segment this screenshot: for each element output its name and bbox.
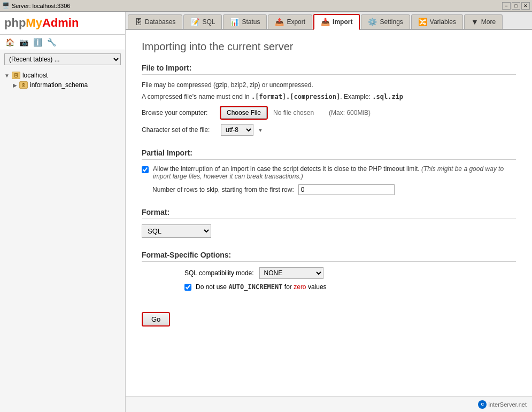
tab-export[interactable]: 📤 Export xyxy=(268,14,312,29)
close-button[interactable]: ✕ xyxy=(521,2,530,10)
tree-label-localhost: localhost xyxy=(22,72,48,79)
sidebar-icon-bar: 🏠 📷 ℹ️ 🔧 xyxy=(0,35,125,50)
logo-admin: Admin xyxy=(42,16,79,29)
format-code: .[format].[compression] xyxy=(251,93,340,100)
expand-icon: ▼ xyxy=(4,73,10,79)
format-select[interactable]: SQL CSV CSV using LOAD DATA ODS Texy! te… xyxy=(142,224,211,238)
tree-item-localhost[interactable]: ▼ 🗄 localhost xyxy=(4,71,121,80)
content-area: 🗄 Databases 📝 SQL 📊 Status 📤 Export 📥 Im… xyxy=(126,12,532,412)
logo: phpMyAdmin xyxy=(0,12,125,35)
info-icon[interactable]: ℹ️ xyxy=(32,37,43,48)
tab-variables[interactable]: 🔀 Variables xyxy=(411,14,463,29)
databases-icon: 🗄 xyxy=(135,18,142,26)
partial-import-text: Allow the interruption of an import in c… xyxy=(153,165,516,180)
nav-tabs: 🗄 Databases 📝 SQL 📊 Status 📤 Export 📥 Im… xyxy=(126,12,532,30)
sql-icon: 📝 xyxy=(190,18,199,26)
skip-input[interactable] xyxy=(298,184,395,195)
import-icon: 📥 xyxy=(321,18,330,26)
window-controls: − □ ✕ xyxy=(502,2,530,10)
charset-select[interactable]: utf-8 latin1 utf-16 xyxy=(221,124,253,136)
section-format-options: Format-Specific Options: SQL compatibili… xyxy=(142,251,516,291)
interserver-icon: C xyxy=(478,400,487,409)
logo-text: phpMyAdmin xyxy=(4,16,79,30)
auto-increment-row: Do not use AUTO_INCREMENT for zero value… xyxy=(184,283,516,291)
skip-row: Number of rows to skip, starting from th… xyxy=(152,184,516,195)
variables-icon: 🔀 xyxy=(418,18,427,26)
zero-highlight: zero xyxy=(294,283,306,291)
charset-row: Character set of the file: utf-8 latin1 … xyxy=(142,124,516,136)
auto-increment-text: Do not use AUTO_INCREMENT for zero value… xyxy=(196,283,327,291)
title-bar: 🖥️ Server: localhost:3306 − □ ✕ xyxy=(0,0,532,12)
logo-php: php xyxy=(4,16,26,29)
tab-settings-label: Settings xyxy=(380,18,403,26)
go-button[interactable]: Go xyxy=(142,312,170,327)
tab-settings[interactable]: ⚙️ Settings xyxy=(361,14,410,29)
expand-icon-schema: ▶ xyxy=(13,82,17,88)
title-text: Server: localhost:3306 xyxy=(12,3,502,9)
auto-increment-checkbox[interactable] xyxy=(184,284,191,291)
sidebar-tree: ▼ 🗄 localhost ▶ 🗄 information_schema xyxy=(0,68,125,412)
tab-sql[interactable]: 📝 SQL xyxy=(183,14,222,29)
file-import-title: File to Import: xyxy=(142,64,516,75)
minimize-button[interactable]: − xyxy=(502,2,511,10)
export-icon: 📤 xyxy=(275,18,284,26)
wrench-icon[interactable]: 🔧 xyxy=(46,37,57,48)
format-options-title: Format-Specific Options: xyxy=(142,251,516,262)
charset-label: Character set of the file: xyxy=(142,126,217,134)
interserver-logo: C interServer.net xyxy=(478,400,527,409)
section-format: Format: SQL CSV CSV using LOAD DATA ODS … xyxy=(142,208,516,238)
tab-more[interactable]: ▼ More xyxy=(464,14,503,29)
browse-label: Browse your computer: xyxy=(142,109,217,116)
compat-select[interactable]: NONE ANSI DB2 MAXDB MYSQL323 MYSQL40 MSS… xyxy=(259,267,323,279)
tab-import[interactable]: 📥 Import xyxy=(313,14,360,30)
camera-icon[interactable]: 📷 xyxy=(18,37,29,48)
tab-import-label: Import xyxy=(333,18,352,26)
db-icon-schema: 🗄 xyxy=(19,81,28,89)
tab-status-label: Status xyxy=(242,18,260,26)
format-title: Format: xyxy=(142,208,516,219)
interserver-text: interServer.net xyxy=(488,401,527,408)
auto-increment-code: AUTO_INCREMENT xyxy=(228,283,282,291)
partial-import-checkbox[interactable] xyxy=(142,166,149,173)
file-browse-row: Browse your computer: Choose File No fil… xyxy=(142,107,516,119)
db-icon: 🗄 xyxy=(12,72,20,79)
home-icon[interactable]: 🏠 xyxy=(4,37,15,48)
charset-arrow: ▼ xyxy=(258,127,263,133)
tab-more-label: More xyxy=(481,18,496,26)
choose-file-button[interactable]: Choose File xyxy=(221,107,267,119)
tab-databases-label: Databases xyxy=(145,18,175,26)
tab-databases[interactable]: 🗄 Databases xyxy=(128,14,182,29)
recent-tables-select[interactable]: (Recent tables) ... xyxy=(4,53,121,65)
title-icon: 🖥️ xyxy=(2,2,10,9)
section-partial-import: Partial Import: Allow the interruption o… xyxy=(142,149,516,195)
partial-import-checkbox-row: Allow the interruption of an import in c… xyxy=(142,165,516,180)
logo-my: My xyxy=(26,16,42,29)
tree-item-information-schema[interactable]: ▶ 🗄 information_schema xyxy=(13,80,121,90)
tab-sql-label: SQL xyxy=(202,18,215,26)
status-icon: 📊 xyxy=(230,18,239,26)
settings-icon: ⚙️ xyxy=(368,18,377,26)
compat-label: SQL compatibility mode: xyxy=(184,269,254,277)
example-code: .sql.zip xyxy=(372,93,403,100)
tab-status[interactable]: 📊 Status xyxy=(223,14,267,29)
tab-export-label: Export xyxy=(287,18,305,26)
page-title: Importing into the current server xyxy=(142,41,516,53)
more-icon: ▼ xyxy=(471,18,479,26)
tree-label-information-schema: information_schema xyxy=(30,81,88,89)
maximize-button[interactable]: □ xyxy=(512,2,520,10)
partial-import-note: (This might be a good way to import larg… xyxy=(153,165,504,180)
no-file-text: No file chosen xyxy=(273,109,314,116)
skip-label: Number of rows to skip, starting from th… xyxy=(152,186,294,193)
page-content: Importing into the current server File t… xyxy=(126,30,532,396)
section-file-import: File to Import: File may be compressed (… xyxy=(142,64,516,136)
tab-variables-label: Variables xyxy=(430,18,456,26)
file-info-2: A compressed file's name must end in .[f… xyxy=(142,92,516,102)
file-info-1: File may be compressed (gzip, bzip2, zip… xyxy=(142,80,516,90)
partial-import-title: Partial Import: xyxy=(142,149,516,160)
sidebar: phpMyAdmin 🏠 📷 ℹ️ 🔧 (Recent tables) ... … xyxy=(0,12,126,412)
footer: C interServer.net xyxy=(126,396,532,412)
max-size-text: (Max: 600MiB) xyxy=(329,109,371,116)
compat-mode-row: SQL compatibility mode: NONE ANSI DB2 MA… xyxy=(184,267,516,279)
